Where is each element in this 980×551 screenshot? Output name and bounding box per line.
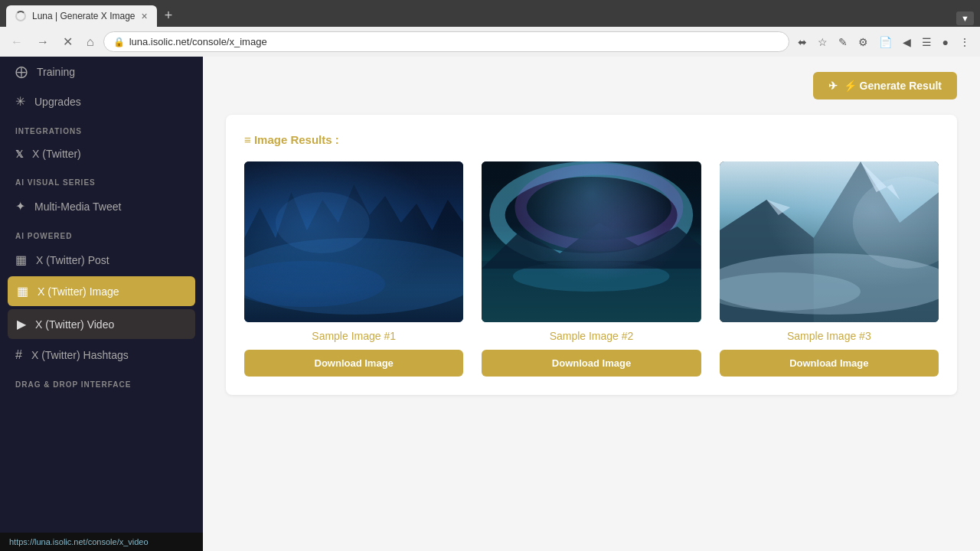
- sidebar-label-upgrades: Upgrades: [34, 96, 81, 108]
- active-tab[interactable]: Luna | Generate X Image ×: [6, 5, 157, 27]
- sidebar-label-multi-media: Multi-Media Tweet: [34, 201, 121, 213]
- svg-marker-1: [244, 184, 463, 322]
- sidebar-label-x-post: X (Twitter) Post: [36, 254, 109, 266]
- sidebar-icon[interactable]: ☰: [918, 33, 936, 51]
- twitter-icon: 𝕏: [15, 148, 23, 160]
- account-icon[interactable]: ●: [939, 33, 952, 51]
- browser-chrome: Luna | Generate X Image × + ▼: [0, 0, 980, 27]
- upgrades-icon: ✳: [15, 94, 25, 109]
- generate-icon: ✈: [828, 80, 838, 92]
- tabs-expand-button[interactable]: ▼: [956, 11, 974, 25]
- image-label-2: Sample Image #2: [482, 330, 701, 342]
- section-label-ai-visual: AI VISUAL SERIES: [0, 168, 203, 191]
- tab-spinner: [15, 11, 26, 21]
- svg-point-3: [244, 261, 385, 307]
- sidebar-label-x-twitter: X (Twitter): [32, 148, 81, 160]
- main-inner: ✈ ⚡ Generate Result ≡ Image Results :: [203, 57, 980, 418]
- svg-point-2: [244, 238, 463, 315]
- image-thumbnail-3: [720, 161, 939, 322]
- extension-icon-2[interactable]: 📄: [875, 33, 896, 51]
- svg-marker-10: [482, 223, 701, 269]
- training-icon: ⨁: [15, 64, 28, 79]
- menu-icon[interactable]: ⋮: [956, 33, 974, 51]
- forward-button[interactable]: →: [32, 32, 54, 52]
- results-title-text: ≡ Image Results :: [244, 133, 339, 146]
- svg-point-9: [513, 261, 670, 292]
- image-item-2: Sample Image #2 Download Image: [482, 161, 701, 377]
- home-button[interactable]: ⌂: [82, 32, 99, 52]
- image-label-3: Sample Image #3: [720, 330, 939, 342]
- multi-media-icon: ✦: [15, 199, 25, 214]
- generate-label: ⚡ Generate Result: [844, 80, 942, 92]
- sidebar-item-x-video[interactable]: ▶ X (Twitter) Video: [8, 309, 195, 339]
- sidebar-label-training: Training: [37, 66, 75, 78]
- back-button[interactable]: ←: [6, 32, 28, 52]
- svg-marker-13: [720, 200, 814, 322]
- browser-tabs: Luna | Generate X Image × + ▼: [6, 5, 974, 27]
- lock-icon: 🔒: [113, 37, 125, 47]
- section-label-ai-powered: AI POWERED: [0, 221, 203, 245]
- x-video-icon: ▶: [17, 317, 26, 331]
- share-icon[interactable]: ⬌: [794, 33, 811, 51]
- svg-rect-8: [482, 261, 701, 322]
- x-post-icon: ▦: [15, 253, 27, 267]
- results-title: ≡ Image Results :: [244, 133, 939, 146]
- image-thumbnail-2: [482, 161, 701, 322]
- sidebar-item-x-image[interactable]: ▦ X (Twitter) Image: [8, 276, 195, 306]
- image-item-1: Sample Image #1 Download Image: [244, 161, 463, 377]
- address-text: luna.isolic.net/console/x_image: [129, 36, 267, 47]
- images-grid: Sample Image #1 Download Image: [244, 161, 939, 377]
- sidebar-item-x-twitter[interactable]: 𝕏 X (Twitter): [0, 140, 203, 168]
- svg-marker-15: [766, 200, 790, 215]
- svg-point-4: [276, 192, 370, 253]
- sidebar-item-multi-media[interactable]: ✦ Multi-Media Tweet: [0, 191, 203, 221]
- svg-rect-0: [244, 161, 463, 322]
- image-label-1: Sample Image #1: [244, 330, 463, 342]
- svg-marker-12: [720, 161, 939, 322]
- tab-title: Luna | Generate X Image: [32, 11, 136, 21]
- image-svg-1: [244, 161, 463, 322]
- download-button-2[interactable]: Download Image: [482, 350, 701, 377]
- sidebar-item-x-hashtags[interactable]: # X (Twitter) Hashtags: [0, 341, 203, 370]
- generate-button[interactable]: ✈ ⚡ Generate Result: [813, 72, 957, 99]
- generate-btn-row: ✈ ⚡ Generate Result: [226, 72, 957, 99]
- image-svg-3: [720, 161, 939, 322]
- new-tab-button[interactable]: +: [158, 5, 179, 27]
- results-card: ≡ Image Results :: [226, 115, 957, 395]
- svg-rect-11: [720, 161, 939, 322]
- image-svg-2: [482, 161, 701, 322]
- toolbar-icons: ⬌ ☆ ✎ ⚙ 📄 ◀ ☰ ● ⋮: [794, 33, 974, 51]
- svg-rect-5: [482, 161, 701, 322]
- svg-marker-14: [861, 161, 900, 200]
- x-image-icon: ▦: [17, 284, 28, 298]
- app-layout: ⨁ Training ✳ Upgrades INTEGRATIONS 𝕏 X (…: [0, 57, 980, 551]
- extension-icon-1[interactable]: ⚙: [854, 33, 872, 51]
- address-bar[interactable]: 🔒 luna.isolic.net/console/x_image: [103, 31, 789, 52]
- svg-point-17: [720, 272, 861, 311]
- sidebar-label-x-image: X (Twitter) Image: [38, 285, 119, 298]
- svg-point-7: [521, 169, 678, 246]
- status-bar: https://luna.isolic.net/console/x_video: [0, 533, 203, 551]
- main-content: ✈ ⚡ Generate Result ≡ Image Results :: [203, 57, 980, 551]
- svg-point-16: [720, 253, 939, 315]
- sidebar-item-x-post[interactable]: ▦ X (Twitter) Post: [0, 245, 203, 275]
- tab-close-button[interactable]: ×: [142, 10, 148, 22]
- reload-button[interactable]: ✕: [58, 31, 77, 52]
- image-item-3: Sample Image #3 Download Image: [720, 161, 939, 377]
- sidebar-label-x-video: X (Twitter) Video: [35, 318, 114, 331]
- extensions-icon[interactable]: ◀: [899, 33, 915, 51]
- browser-toolbar: ← → ✕ ⌂ 🔒 luna.isolic.net/console/x_imag…: [0, 27, 980, 57]
- download-button-1[interactable]: Download Image: [244, 350, 463, 377]
- sidebar-item-training[interactable]: ⨁ Training: [0, 57, 203, 86]
- sidebar-item-upgrades[interactable]: ✳ Upgrades: [0, 86, 203, 116]
- svg-point-6: [498, 169, 685, 261]
- svg-point-18: [853, 177, 939, 269]
- download-button-3[interactable]: Download Image: [720, 350, 939, 377]
- sidebar-label-x-hashtags: X (Twitter) Hashtags: [31, 349, 129, 361]
- edit-icon[interactable]: ✎: [835, 33, 851, 51]
- bookmark-icon[interactable]: ☆: [814, 33, 831, 51]
- image-thumbnail-1: [244, 161, 463, 322]
- x-hashtags-icon: #: [15, 348, 22, 362]
- sidebar: ⨁ Training ✳ Upgrades INTEGRATIONS 𝕏 X (…: [0, 57, 203, 551]
- section-label-integrations: INTEGRATIONS: [0, 116, 203, 140]
